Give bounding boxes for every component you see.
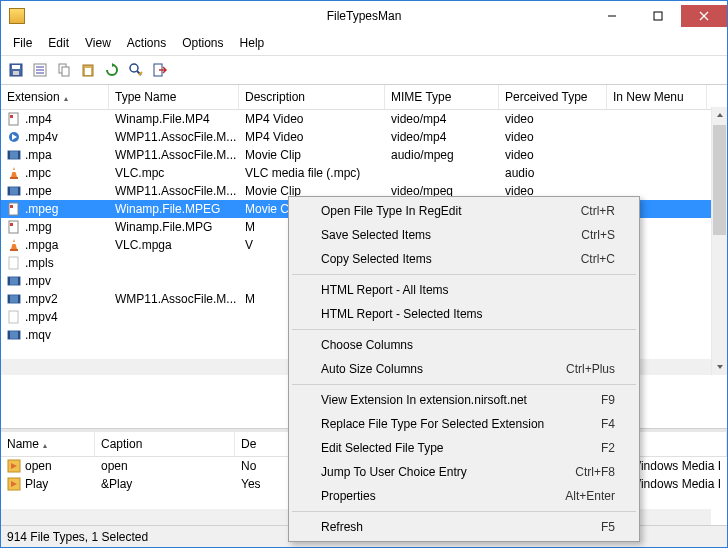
ctx-label: Jump To User Choice Entry (321, 465, 575, 479)
svg-rect-18 (9, 113, 18, 125)
cell-mime: audio/mpeg (385, 148, 499, 162)
table-row[interactable]: .mpaWMP11.AssocFile.M...Movie Clipaudio/… (1, 146, 727, 164)
toolbar (1, 55, 727, 85)
ctx-shortcut: Ctrl+Plus (566, 362, 615, 376)
close-button[interactable] (681, 5, 727, 27)
table-row[interactable]: .mp4Winamp.File.MP4MP4 Videovideo/mp4vid… (1, 110, 727, 128)
context-menu-item[interactable]: Jump To User Choice EntryCtrl+F8 (291, 460, 637, 484)
copy-icon[interactable] (53, 59, 75, 81)
ctx-shortcut: F5 (601, 520, 615, 534)
table-row[interactable]: .mp4vWMP11.AssocFile.M...MP4 Videovideo/… (1, 128, 727, 146)
svg-rect-31 (9, 221, 18, 233)
menu-actions[interactable]: Actions (119, 33, 174, 53)
context-menu-item[interactable]: Edit Selected File TypeF2 (291, 436, 637, 460)
cell-extension: .mqv (25, 328, 51, 342)
scroll-down-icon[interactable] (712, 359, 727, 375)
cell-description: VLC media file (.mpc) (239, 166, 385, 180)
maximize-button[interactable] (635, 5, 681, 27)
ctx-shortcut: F4 (601, 417, 615, 431)
svg-rect-24 (10, 177, 18, 179)
cell-perceived: video (499, 148, 607, 162)
ctx-shortcut: Ctrl+F8 (575, 465, 615, 479)
cell-name: Play (25, 477, 48, 491)
cell-typename: Winamp.File.MPEG (109, 202, 239, 216)
ctx-shortcut: F2 (601, 441, 615, 455)
properties-icon[interactable] (29, 59, 51, 81)
menu-file[interactable]: File (5, 33, 40, 53)
menu-view[interactable]: View (77, 33, 119, 53)
context-menu-item[interactable]: HTML Report - All Items (291, 278, 637, 302)
context-menu-item[interactable]: Open File Type In RegEditCtrl+R (291, 199, 637, 223)
cell-caption: &Play (95, 477, 235, 491)
paste-icon[interactable] (77, 59, 99, 81)
cell-extension: .mpv2 (25, 292, 58, 306)
context-menu-item[interactable]: Choose Columns (291, 333, 637, 357)
main-scrollbar[interactable] (711, 107, 727, 375)
context-menu-item[interactable]: Save Selected ItemsCtrl+S (291, 223, 637, 247)
col-innewmenu[interactable]: In New Menu (607, 85, 707, 109)
cell-typename: Winamp.File.MP4 (109, 112, 239, 126)
ctx-label: Replace File Type For Selected Extension (321, 417, 601, 431)
context-menu-item[interactable]: Copy Selected ItemsCtrl+C (291, 247, 637, 271)
cell-extension: .mp4v (25, 130, 58, 144)
svg-point-15 (130, 64, 138, 72)
svg-rect-23 (18, 151, 20, 159)
col-mimetype[interactable]: MIME Type (385, 85, 499, 109)
col-description[interactable]: Description (239, 85, 385, 109)
context-menu-item[interactable]: Replace File Type For Selected Extension… (291, 412, 637, 436)
menu-separator (292, 329, 636, 330)
context-menu-item[interactable]: PropertiesAlt+Enter (291, 484, 637, 508)
svg-rect-12 (62, 67, 69, 76)
menubar: File Edit View Actions Options Help (1, 31, 727, 55)
ctx-shortcut: Ctrl+R (581, 204, 615, 218)
scroll-thumb[interactable] (713, 125, 726, 235)
svg-rect-30 (10, 205, 13, 208)
refresh-icon[interactable] (101, 59, 123, 81)
cell-description: Movie Clip (239, 148, 385, 162)
svg-rect-19 (10, 115, 13, 118)
ctx-shortcut: Ctrl+C (581, 252, 615, 266)
cell-mime: video/mp4 (385, 130, 499, 144)
ctx-label: HTML Report - Selected Items (321, 307, 615, 321)
col-extension[interactable]: Extension▴ (1, 85, 109, 109)
menu-options[interactable]: Options (174, 33, 231, 53)
cell-description: MP4 Video (239, 130, 385, 144)
exit-icon[interactable] (149, 59, 171, 81)
col-typename[interactable]: Type Name (109, 85, 239, 109)
minimize-button[interactable] (589, 5, 635, 27)
svg-rect-33 (10, 249, 18, 251)
menu-help[interactable]: Help (232, 33, 273, 53)
status-text: 914 File Types, 1 Selected (7, 530, 148, 544)
ctx-label: HTML Report - All Items (321, 283, 615, 297)
cell-typename: VLC.mpc (109, 166, 239, 180)
context-menu-item[interactable]: RefreshF5 (291, 515, 637, 539)
cell-perceived: audio (499, 166, 607, 180)
context-menu: Open File Type In RegEditCtrl+RSave Sele… (288, 196, 640, 542)
cell-typename: WMP11.AssocFile.M... (109, 184, 239, 198)
sort-indicator-icon: ▴ (64, 94, 68, 103)
menu-separator (292, 384, 636, 385)
svg-rect-1 (654, 12, 662, 20)
save-icon[interactable] (5, 59, 27, 81)
svg-rect-22 (8, 151, 10, 159)
titlebar[interactable]: FileTypesMan (1, 1, 727, 31)
cell-name: open (25, 459, 52, 473)
table-row[interactable]: .mpcVLC.mpcVLC media file (.mpc)audio (1, 164, 727, 182)
context-menu-item[interactable]: HTML Report - Selected Items (291, 302, 637, 326)
menu-edit[interactable]: Edit (40, 33, 77, 53)
col-caption[interactable]: Caption (95, 432, 235, 456)
svg-rect-44 (8, 331, 10, 339)
find-icon[interactable] (125, 59, 147, 81)
cell-perceived: video (499, 130, 607, 144)
col-name[interactable]: Name▴ (1, 432, 95, 456)
col-perceived[interactable]: Perceived Type (499, 85, 607, 109)
context-menu-item[interactable]: Auto Size ColumnsCtrl+Plus (291, 357, 637, 381)
svg-rect-25 (12, 170, 16, 172)
context-menu-item[interactable]: View Extension In extension.nirsoft.netF… (291, 388, 637, 412)
ctx-label: Auto Size Columns (321, 362, 566, 376)
ctx-label: Properties (321, 489, 565, 503)
menu-separator (292, 274, 636, 275)
cell-extension: .mp4 (25, 112, 52, 126)
svg-rect-32 (10, 223, 13, 226)
scroll-up-icon[interactable] (712, 107, 727, 123)
